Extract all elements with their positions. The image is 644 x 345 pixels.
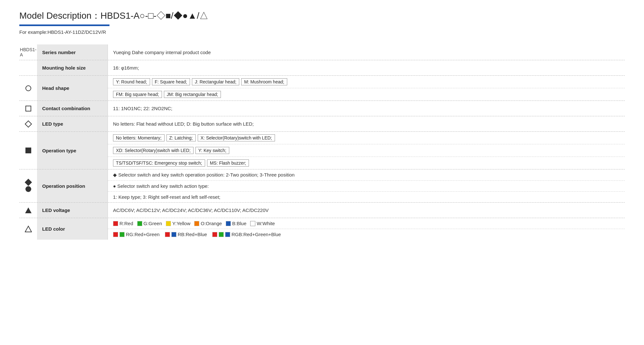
op-type-line-3: TS/TSD/TSF/TSC: Emergency stop switch; M… [108, 157, 625, 169]
white-label: W:White [257, 221, 275, 226]
svg-marker-0 [25, 226, 32, 232]
diamond-outline-icon [24, 120, 32, 128]
head-symbol [19, 76, 37, 101]
color-g: G:Green [137, 221, 162, 226]
yellow-label: Y:Yellow [172, 221, 190, 226]
color-rgb: RGB:Red+Green+Blue [212, 232, 281, 237]
position-symbols [25, 180, 31, 192]
page-title: Model Description：HBDS1-A○-□-◇■/◆●▲/△ [19, 10, 208, 22]
rb-label: RB:Red+Blue [178, 232, 207, 237]
triangle-outline-icon [25, 225, 32, 233]
rgb-dot2 [219, 232, 224, 237]
led-type-symbol [19, 116, 37, 131]
mounting-symbol [19, 60, 37, 75]
operation-type-symbol [19, 132, 37, 169]
operation-position-label: Operation position [37, 169, 108, 202]
head-tag-fm: FM: Big square head; [113, 91, 162, 98]
title-model: HBDS1-A○-□-◇■/◆●▲/△ [100, 11, 208, 21]
led-type-row: LED type No letters: Flat head without L… [19, 116, 625, 132]
blue-bar [19, 24, 109, 26]
rg-dot1 [113, 232, 118, 237]
red-dot [113, 221, 118, 226]
contact-row: Contact combination 11: 1NO1NC; 22: 2NO2… [19, 101, 625, 116]
led-color-row: LED color R:Red G:Green Y:Yellow O:Orang… [19, 218, 625, 240]
rgb-dot1 [212, 232, 217, 237]
op-pos-line-2: ● Selector switch and key switch action … [108, 181, 625, 192]
rgb-dot3 [225, 232, 230, 237]
rg-label: RG:Red+Green [126, 232, 160, 237]
op-pos-text-2: ● Selector switch and key switch action … [113, 183, 209, 189]
operation-type-content: No letters: Momentary; Z: Latching; X: S… [108, 132, 625, 169]
operation-position-content: ◆ Selector switch and key switch operati… [108, 169, 625, 202]
head-line-2: FM: Big square head; JM: Big rectangular… [108, 88, 625, 101]
led-color-label: LED color [37, 218, 108, 240]
led-voltage-label: LED voltage [37, 203, 108, 218]
mounting-label: Mounting hole size [37, 60, 108, 75]
triangle-filled-icon [25, 207, 32, 213]
operation-position-symbol [19, 169, 37, 202]
diamond-filled-icon [24, 179, 32, 186]
operation-position-row: Operation position ◆ Selector switch and… [19, 169, 625, 203]
series-label: Series number [37, 44, 108, 60]
head-content: Y: Round head; F: Square head; J: Rectan… [108, 76, 625, 101]
operation-type-row: Operation type No letters: Momentary; Z:… [19, 132, 625, 169]
head-line-1: Y: Round head; F: Square head; J: Rectan… [108, 76, 625, 88]
red-label: R:Red [119, 221, 133, 226]
op-tag-xd: XD: Selector(Rotary)switch with LED; [113, 147, 194, 154]
op-pos-text-3: 1: Keep type; 3: Right self-reset and le… [113, 194, 221, 200]
blue-label: B:Blue [232, 221, 246, 226]
title-row: Model Description：HBDS1-A○-□-◇■/◆●▲/△ [19, 10, 625, 22]
led-voltage-value: AC/DC6V; AC/DC12V; AC/DC24V; AC/DC36V; A… [108, 203, 625, 218]
square-filled-icon [25, 148, 31, 153]
op-type-line-1: No letters: Momentary; Z: Latching; X: S… [108, 132, 625, 144]
orange-label: O:Orange [201, 221, 222, 226]
circle-icon [25, 85, 31, 91]
contact-symbol [19, 101, 37, 116]
color-o: O:Orange [194, 221, 222, 226]
op-type-line-2: XD: Selector(Rotary)switch with LED; Y: … [108, 144, 625, 157]
model-description-table: HBDS1-A Series number Yueqing Dahe compa… [19, 44, 625, 240]
led-voltage-row: LED voltage AC/DC6V; AC/DC12V; AC/DC24V;… [19, 203, 625, 218]
led-type-label: LED type [37, 116, 108, 131]
head-tag-j: J: Rectangular head; [192, 78, 239, 85]
color-rb: RB:Red+Blue [165, 232, 207, 237]
color-rg: RG:Red+Green [113, 232, 160, 237]
op-pos-line-1: ◆ Selector switch and key switch operati… [108, 169, 625, 181]
rb-dot1 [165, 232, 170, 237]
square-outline-icon [25, 106, 31, 111]
contact-value: 11: 1NO1NC; 22: 2NO2NC; [108, 101, 625, 116]
op-tag-momentary: No letters: Momentary; [113, 134, 165, 141]
head-row: Head shape Y: Round head; F: Square head… [19, 76, 625, 101]
op-tag-ts: TS/TSD/TSF/TSC: Emergency stop switch; [113, 159, 205, 167]
head-tag-y: Y: Round head; [113, 78, 150, 85]
led-color-line-1: R:Red G:Green Y:Yellow O:Orange B:Blue [108, 218, 625, 229]
op-pos-line-3: 1: Keep type; 3: Right self-reset and le… [108, 192, 625, 202]
led-voltage-symbol [19, 203, 37, 218]
white-dot [250, 221, 255, 226]
rg-dot2 [119, 232, 125, 237]
orange-dot [194, 221, 199, 226]
green-dot [137, 221, 142, 226]
led-color-symbol [19, 218, 37, 240]
op-pos-text-1: ◆ Selector switch and key switch operati… [113, 172, 295, 178]
contact-label: Contact combination [37, 101, 108, 116]
head-tag-m: M: Mushroom head; [241, 78, 287, 85]
color-y: Y:Yellow [166, 221, 190, 226]
series-value: Yueqing Dahe company internal product co… [108, 44, 625, 60]
series-row: HBDS1-A Series number Yueqing Dahe compa… [19, 44, 625, 60]
series-prefix: HBDS1-A [19, 44, 37, 60]
op-tag-ms: MS: Flash buzzer; [207, 159, 249, 167]
led-type-value: No letters: Flat head without LED; D: Bi… [108, 116, 625, 131]
color-w: W:White [250, 221, 275, 226]
green-label: G:Green [144, 221, 162, 226]
yellow-dot [166, 221, 171, 226]
rgb-label: RGB:Red+Green+Blue [232, 232, 281, 237]
rb-dot2 [171, 232, 176, 237]
operation-type-label: Operation type [37, 132, 108, 169]
blue-dot [226, 221, 231, 226]
mounting-row: Mounting hole size 16: φ16mm; [19, 60, 625, 76]
led-color-content: R:Red G:Green Y:Yellow O:Orange B:Blue [108, 218, 625, 240]
title-label: Model Description： [19, 11, 100, 21]
head-tag-f: F: Square head; [152, 78, 190, 85]
mounting-value: 16: φ16mm; [108, 60, 625, 75]
